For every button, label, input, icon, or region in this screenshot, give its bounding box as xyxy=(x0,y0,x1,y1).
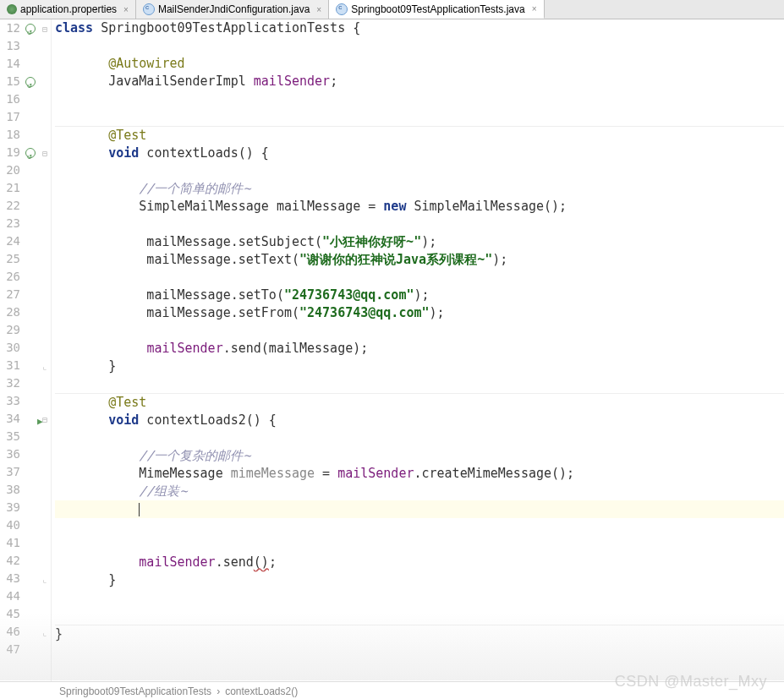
line-number: 33 xyxy=(2,392,20,410)
gutter-line[interactable]: 28 xyxy=(0,303,51,321)
gutter-line[interactable]: 36 xyxy=(0,445,51,463)
code-line[interactable] xyxy=(55,375,784,393)
gutter-spacer xyxy=(24,57,37,71)
code-line[interactable] xyxy=(55,607,784,625)
gutter-line[interactable]: 31⌞ xyxy=(0,357,51,374)
code-line[interactable]: class Springboot09TestApplicationTests { xyxy=(55,19,784,37)
gutter-line[interactable]: 25 xyxy=(0,250,51,268)
gutter-line[interactable]: 16 xyxy=(0,90,51,108)
code-line[interactable]: mailMessage.setFrom("24736743@qq.com"); xyxy=(55,304,784,322)
gutter-line[interactable]: 26 xyxy=(0,268,51,286)
line-number: 28 xyxy=(2,303,20,321)
code-line[interactable]: mailMessage.setSubject("小狂神你好呀~"); xyxy=(55,233,784,251)
override-icon[interactable] xyxy=(24,22,37,35)
gutter-line[interactable]: 46⌞ xyxy=(0,623,51,641)
code-line[interactable] xyxy=(55,216,784,233)
breadcrumb[interactable]: Springboot09TestApplicationTests › conte… xyxy=(0,681,784,699)
override-icon[interactable] xyxy=(24,146,37,160)
close-icon[interactable]: × xyxy=(123,5,129,14)
gutter-line[interactable]: 41 xyxy=(0,534,51,552)
gutter-line[interactable]: 42 xyxy=(0,552,51,570)
code-line[interactable] xyxy=(55,90,784,108)
line-number: 31 xyxy=(2,357,20,374)
code-line[interactable] xyxy=(55,322,784,340)
code-line[interactable]: mailMessage.setText("谢谢你的狂神说Java系列课程~"); xyxy=(55,251,784,269)
gutter-line[interactable]: 32 xyxy=(0,374,51,392)
gutter-line[interactable]: 40 xyxy=(0,516,51,534)
gutter-line[interactable]: 35 xyxy=(0,428,51,445)
code-line[interactable]: void contextLoads2() { xyxy=(55,412,784,429)
tab-Springboot09TestApplicationTests-java[interactable]: Springboot09TestApplicationTests.java× xyxy=(329,0,544,19)
gutter-line[interactable]: 12⊟ xyxy=(0,19,51,37)
code-line[interactable]: SimpleMailMessage mailMessage = new Simp… xyxy=(55,198,784,216)
close-icon[interactable]: × xyxy=(532,4,537,14)
code-line[interactable]: @Test xyxy=(55,393,784,412)
tab-application-properties[interactable]: application.properties× xyxy=(0,0,136,19)
code-line[interactable] xyxy=(55,518,784,536)
breadcrumb-method[interactable]: contextLoads2() xyxy=(225,685,298,697)
line-number: 44 xyxy=(2,587,20,605)
code-line[interactable] xyxy=(55,429,784,447)
gutter-line[interactable]: 21 xyxy=(0,179,51,197)
code-line[interactable]: } xyxy=(55,358,784,375)
override-icon[interactable] xyxy=(24,75,37,89)
gutter-line[interactable]: 34⊟ xyxy=(0,410,51,428)
line-number: 19 xyxy=(2,144,20,161)
gutter-line[interactable]: 13 xyxy=(0,37,51,55)
code-line[interactable] xyxy=(55,162,784,180)
code-line[interactable] xyxy=(55,108,784,126)
code-line[interactable] xyxy=(55,536,784,554)
code-line[interactable] xyxy=(55,643,784,661)
gutter-line[interactable]: 14 xyxy=(0,55,51,73)
gutter-line[interactable]: 47 xyxy=(0,641,51,658)
code-line[interactable]: JavaMailSenderImpl mailSender; xyxy=(55,73,784,90)
gutter-line[interactable]: 15 xyxy=(0,73,51,90)
gutter-line[interactable]: 44 xyxy=(0,587,51,605)
code-line[interactable]: mailSender.send(); xyxy=(55,554,784,571)
code-line[interactable]: } xyxy=(55,625,784,643)
code-line[interactable] xyxy=(55,37,784,55)
line-number: 35 xyxy=(2,428,20,445)
code-line[interactable]: mailSender.send(mailMessage); xyxy=(55,340,784,358)
gutter-line[interactable]: 33 xyxy=(0,392,51,410)
gutter-line[interactable]: 43⌞ xyxy=(0,570,51,587)
code-line[interactable]: MimeMessage mimeMessage = mailSender.cre… xyxy=(55,465,784,483)
close-icon[interactable]: × xyxy=(316,5,321,14)
code-line[interactable]: //一个复杂的邮件~ xyxy=(55,447,784,465)
run-icon[interactable] xyxy=(24,412,37,426)
fold-close-icon[interactable]: ⌞ xyxy=(37,570,47,588)
code-view[interactable]: class Springboot09TestApplicationTests {… xyxy=(52,19,784,681)
tab-MailSenderJndiConfiguration-java[interactable]: MailSenderJndiConfiguration.java× xyxy=(136,0,329,19)
gutter-line[interactable]: 39 xyxy=(0,499,51,516)
gutter-line[interactable]: 27 xyxy=(0,286,51,303)
fold-close-icon[interactable]: ⌞ xyxy=(37,623,47,642)
gutter-line[interactable]: 38 xyxy=(0,481,51,499)
gutter-line[interactable]: 20 xyxy=(0,161,51,179)
gutter-line[interactable]: 29 xyxy=(0,321,51,339)
gutter-line[interactable]: 23 xyxy=(0,215,51,232)
code-line[interactable]: @Test xyxy=(55,126,784,145)
gutter-spacer xyxy=(24,395,37,408)
code-line[interactable]: } xyxy=(55,571,784,589)
code-line[interactable] xyxy=(55,589,784,607)
gutter-line[interactable]: 24 xyxy=(0,232,51,250)
fold-open-icon[interactable]: ⊟ xyxy=(37,144,47,162)
fold-close-icon[interactable]: ⌞ xyxy=(37,357,47,375)
gutter-line[interactable]: 19⊟ xyxy=(0,144,51,161)
fold-open-icon[interactable]: ⊟ xyxy=(37,19,47,38)
gutter-line[interactable]: 37 xyxy=(0,463,51,481)
breadcrumb-class[interactable]: Springboot09TestApplicationTests xyxy=(59,685,211,697)
code-line[interactable] xyxy=(55,269,784,287)
code-line[interactable] xyxy=(55,500,784,518)
code-line[interactable]: //组装~ xyxy=(55,483,784,500)
code-line[interactable]: mailMessage.setTo("24736743@qq.com"); xyxy=(55,287,784,304)
gutter-line[interactable]: 17 xyxy=(0,108,51,126)
code-line[interactable]: void contextLoads() { xyxy=(55,145,784,162)
gutter-line[interactable]: 30 xyxy=(0,339,51,357)
gutter-line[interactable]: 18 xyxy=(0,126,51,144)
gutter-line[interactable]: 22 xyxy=(0,197,51,215)
gutter-line[interactable]: 45 xyxy=(0,605,51,623)
gutter-spacer xyxy=(24,288,37,302)
code-line[interactable]: //一个简单的邮件~ xyxy=(55,180,784,198)
code-line[interactable]: @Autowired xyxy=(55,55,784,73)
